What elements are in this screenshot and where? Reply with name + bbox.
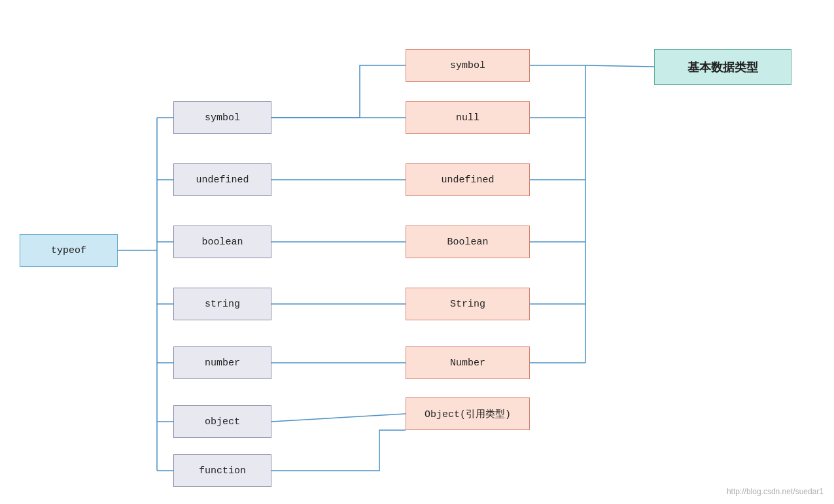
- object-left-label: object: [205, 416, 240, 428]
- basic-types-node: 基本数据类型: [654, 49, 791, 85]
- string-left-label: string: [205, 299, 240, 310]
- number-left-label: number: [205, 358, 240, 369]
- number-right-node: Number: [406, 346, 530, 379]
- number-right-label: Number: [450, 358, 485, 369]
- null-right-label: null: [456, 112, 479, 124]
- object-right-node: Object(引用类型): [406, 397, 530, 430]
- boolean-left-label: boolean: [201, 237, 243, 248]
- undefined-right-node: undefined: [406, 163, 530, 196]
- undefined-left-label: undefined: [196, 175, 249, 186]
- object-left-node: object: [173, 405, 271, 438]
- svg-line-13: [271, 414, 406, 422]
- undefined-right-label: undefined: [441, 175, 494, 186]
- boolean-left-node: boolean: [173, 226, 271, 258]
- string-right-node: String: [406, 288, 530, 320]
- symbol-left-node: symbol: [173, 101, 271, 134]
- boolean-right-node: Boolean: [406, 226, 530, 258]
- function-left-node: function: [173, 454, 271, 487]
- watermark: http://blog.csdn.net/suedar1: [727, 487, 824, 496]
- svg-line-21: [585, 65, 654, 67]
- symbol-right-label: symbol: [450, 60, 485, 71]
- basic-types-label: 基本数据类型: [687, 59, 758, 75]
- typeof-label: typeof: [51, 245, 86, 256]
- null-right-node: null: [406, 101, 530, 134]
- diagram-container: typeof symbol undefined boolean string n…: [0, 0, 834, 504]
- typeof-node: typeof: [20, 234, 118, 267]
- symbol-left-label: symbol: [205, 112, 240, 124]
- string-right-label: String: [450, 299, 485, 310]
- object-right-label: Object(引用类型): [425, 408, 511, 420]
- watermark-text: http://blog.csdn.net/suedar1: [727, 487, 824, 496]
- function-left-label: function: [199, 465, 246, 477]
- symbol-right-node: symbol: [406, 49, 530, 82]
- boolean-right-label: Boolean: [447, 237, 488, 248]
- string-left-node: string: [173, 288, 271, 320]
- number-left-node: number: [173, 346, 271, 379]
- undefined-left-node: undefined: [173, 163, 271, 196]
